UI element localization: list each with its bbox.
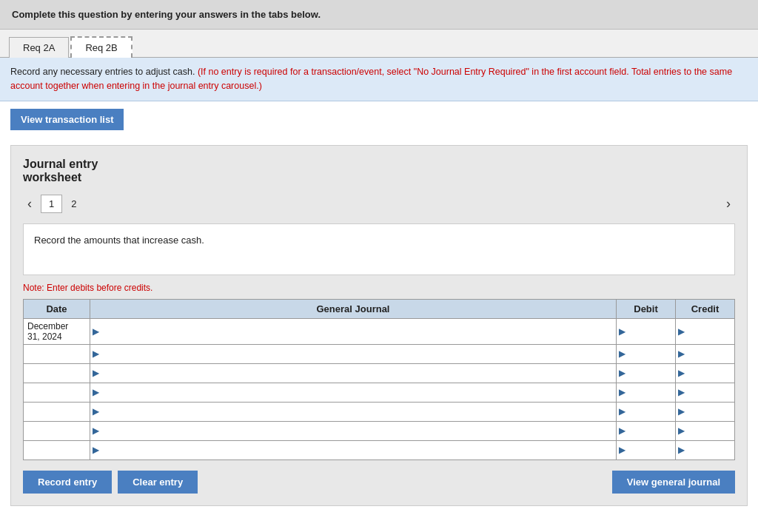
debit-input[interactable] [628, 325, 675, 338]
credit-cell[interactable]: ▶ [676, 318, 735, 344]
credit-cell[interactable]: ▶ [676, 440, 735, 459]
credit-input[interactable] [687, 385, 734, 399]
tab-req2b[interactable]: Req 2B [70, 36, 132, 58]
debit-cell[interactable]: ▶ [617, 402, 676, 421]
debit-cell[interactable]: ▶ [617, 318, 676, 344]
credit-input[interactable] [687, 347, 734, 360]
date-cell: December31, 2024 [24, 318, 90, 344]
tab-req2a[interactable]: Req 2A [9, 37, 69, 58]
credit-input[interactable] [687, 424, 734, 437]
date-cell [24, 383, 90, 402]
record-entry-button[interactable]: Record entry [23, 471, 112, 494]
date-cell [24, 344, 90, 363]
view-transaction-button[interactable]: View transaction list [10, 109, 124, 130]
journal-cell[interactable]: ▶ [90, 402, 617, 421]
debit-input[interactable] [628, 405, 675, 418]
journal-cell[interactable]: ▶ [90, 421, 617, 440]
bottom-buttons: Record entry Clear entry View general jo… [23, 471, 735, 494]
date-cell [24, 421, 90, 440]
header-debit: Debit [617, 299, 676, 318]
date-cell [24, 363, 90, 383]
view-general-journal-button[interactable]: View general journal [612, 471, 735, 494]
table-row: ▶▶▶ [24, 402, 735, 421]
journal-input[interactable] [101, 443, 616, 457]
journal-cell[interactable]: ▶ [90, 383, 617, 402]
journal-input[interactable] [101, 385, 616, 399]
credit-input[interactable] [687, 325, 734, 338]
debit-input[interactable] [628, 347, 675, 360]
journal-input[interactable] [101, 366, 616, 380]
table-row: ▶▶▶ [24, 344, 735, 363]
credit-cell[interactable]: ▶ [676, 383, 735, 402]
tabs-bar: Req 2A Req 2B [0, 30, 758, 58]
debit-cell[interactable]: ▶ [617, 440, 676, 459]
debit-cell[interactable]: ▶ [617, 363, 676, 383]
current-page-box: 1 [41, 195, 62, 213]
next-arrow[interactable]: › [722, 195, 735, 213]
credit-input[interactable] [687, 366, 734, 380]
header-date: Date [24, 299, 90, 318]
journal-cell[interactable]: ▶ [90, 318, 617, 344]
debit-input[interactable] [628, 443, 675, 457]
journal-input[interactable] [101, 424, 616, 437]
credit-cell[interactable]: ▶ [676, 363, 735, 383]
top-instruction: Complete this question by entering your … [0, 0, 758, 30]
description-box: Record the amounts that increase cash. [23, 223, 735, 275]
debit-cell[interactable]: ▶ [617, 421, 676, 440]
journal-input[interactable] [101, 405, 616, 418]
credit-input[interactable] [687, 405, 734, 418]
clear-entry-button[interactable]: Clear entry [118, 471, 198, 494]
info-box: Record any necessary entries to adjust c… [0, 58, 758, 101]
debit-input[interactable] [628, 385, 675, 399]
credit-cell[interactable]: ▶ [676, 421, 735, 440]
journal-input[interactable] [101, 325, 616, 338]
table-row: ▶▶▶ [24, 440, 735, 459]
debit-input[interactable] [628, 366, 675, 380]
header-credit: Credit [676, 299, 735, 318]
debit-input[interactable] [628, 424, 675, 437]
date-cell [24, 402, 90, 421]
journal-cell[interactable]: ▶ [90, 363, 617, 383]
journal-cell[interactable]: ▶ [90, 344, 617, 363]
prev-arrow[interactable]: ‹ [23, 195, 36, 213]
table-row: ▶▶▶ [24, 383, 735, 402]
table-row: December31, 2024▶▶▶ [24, 318, 735, 344]
carousel-nav: ‹ 1 2 › [23, 195, 735, 213]
journal-container: Journal entry worksheet ‹ 1 2 › Record t… [10, 145, 748, 506]
journal-table: Date General Journal Debit Credit Decemb… [23, 299, 735, 460]
debit-cell[interactable]: ▶ [617, 344, 676, 363]
header-general-journal: General Journal [90, 299, 617, 318]
table-row: ▶▶▶ [24, 421, 735, 440]
journal-input[interactable] [101, 347, 616, 360]
credit-cell[interactable]: ▶ [676, 402, 735, 421]
debit-cell[interactable]: ▶ [617, 383, 676, 402]
credit-cell[interactable]: ▶ [676, 344, 735, 363]
journal-cell[interactable]: ▶ [90, 440, 617, 459]
note-text: Note: Enter debits before credits. [23, 283, 735, 293]
credit-input[interactable] [687, 443, 734, 457]
journal-title: Journal entry worksheet [23, 158, 735, 184]
date-cell [24, 440, 90, 459]
table-row: ▶▶▶ [24, 363, 735, 383]
next-page-num: 2 [67, 195, 81, 212]
